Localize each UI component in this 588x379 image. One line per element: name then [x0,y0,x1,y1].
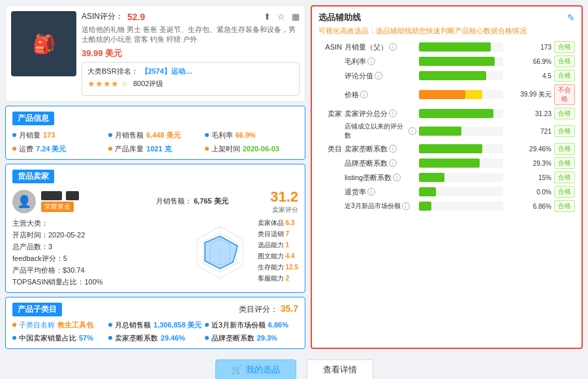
bar-review-score [419,71,503,80]
data-item-listing-date: 上架时间 2020-06-03 [205,144,298,154]
metric-row-monthly-sales: ASIN 月销量（父）i 173 合格 [318,41,575,53]
metric-value-gross-margin: 66.9% [506,58,551,65]
info-icon-seller-monopoly: i [389,145,397,153]
radar-labels: 卖家体品6.3 类目适销7 选品能力1 图文能力4.4 生存能力12.5 [258,219,298,287]
bar-fill-price-orange [419,90,465,99]
panel-subtitle: 可视化高效选品：选品辅助线助您快速判断产品核心数据合格情况 [318,26,575,36]
seller-avatar: 👤 [12,190,36,213]
seller-header: 👤 荣耀黄金 月销售额： 6,765 美元 31.2 卖家评分 [12,189,298,215]
metric-name-monthly-sales: 月销量（父）i [345,42,416,52]
metric-badge-price: 不合格 [554,84,575,105]
bar-fill-listing-monopoly [419,173,444,182]
category-score-label: 类目评分： [239,305,278,314]
dot-monthly-sales [12,133,16,137]
seller-left-col: 主营大类： 开店时间：2020-05-22 总产品数：3 feedback评分：… [12,219,182,287]
metric-row-price: 价格i 39.99 美元 不合格 [318,84,575,105]
metric-name-new-market: 近3月新品市场份额i [345,202,416,211]
category-header: 产品子类目 类目评分： 35.7 [12,303,298,316]
metric-name-brand-monopoly: 品牌垄断系数i [345,159,416,168]
seller-score-label: 卖家评分 [270,205,298,215]
more-icon[interactable]: ▦ [292,12,300,22]
category-section: 产品子类目 类目评分： 35.7 子类目名称 救生工具包 月总销售额 1,306… [5,297,305,349]
data-item-monthly-revenue: 月销售额 6,448 美元 [108,130,202,140]
bar-price [419,90,503,99]
product-price: 39.99 美元 [82,48,300,59]
product-info: ASIN评分： 52.9 ⬆ ☆ ▦ 送给他的礼物 男士 爸爸 圣诞节、生存包、… [82,11,300,96]
metric-value-monthly-sales: 173 [506,44,551,51]
bar-fill-monthly-sales [419,42,491,52]
asin-score: 52.9 [127,12,145,22]
info-icon-listing-monopoly: i [393,174,401,181]
cat-item-name: 子类目名称 救生工具包 [12,320,106,330]
dot-shipping [12,147,16,151]
radar-label-content: 图文能力4.4 [258,252,298,261]
panel-edit-icon[interactable]: ✎ [567,12,575,23]
cat-item-seller-monopoly: 卖家垄断系数 29.46% [108,333,202,343]
metrics-table: ASIN 月销量（父）i 173 合格 毛利率i 66.9% [318,41,575,342]
bar-brand-monopoly [419,159,503,168]
radar-label-service: 客服能力2 [258,274,298,283]
metric-name-gross-margin: 毛利率i [345,57,416,67]
metric-row-seller-score: 卖家 卖家评分总分i 31.23 合格 [318,108,575,119]
panel-title: 选品辅助线 [318,12,361,23]
product-data-section: 产品信息 月销量 173 月销售额 6,448 美元 毛利率 66.9% [5,106,305,160]
metric-name-review-score: 评论分值i [345,71,416,81]
category-score: 类目评分： 35.7 [239,303,298,315]
bar-fill-review-score [419,71,486,80]
bar-fill-seller-score [419,109,493,118]
product-image: 🎒 [11,11,76,76]
bottom-buttons: 🛒 我的选品 查看详情 [0,354,588,379]
seller-name-col: 荣耀黄金 [41,191,151,212]
metric-name-seller-score: 卖家评分总分i [345,109,416,119]
category-title: 产品子类目 [12,303,62,316]
metric-badge-brand-monopoly: 合格 [554,157,575,169]
svg-marker-9 [205,236,238,269]
metric-value-review-score: 4.5 [506,72,551,80]
asin-label: ASIN评分： [82,11,123,22]
cart-icon: 🛒 [232,365,242,374]
product-title-row: ASIN评分： 52.9 ⬆ ☆ ▦ [82,11,300,22]
metric-value-new-market: 6.86% [506,203,551,210]
category-data-grid: 子类目名称 救生工具包 月总销售额 1,306,858 美元 近3月新市场份额 … [12,320,298,343]
metric-name-seller-monopoly: 卖家垄断系数i [345,144,416,154]
metric-badge-monthly-sales: 合格 [554,41,575,53]
panel-header: 选品辅助线 ✎ [318,12,575,23]
metric-name-listing-monopoly: listing垄断系数i [345,173,416,183]
dot-gross-margin [205,133,209,137]
radar-chart [187,219,253,287]
metric-group-seller: 卖家 [318,109,342,119]
my-selection-label: 我的选品 [246,364,280,376]
star-icon[interactable]: ☆ [277,12,285,22]
metric-value-return-rate: 0.0% [506,189,551,196]
seller-monthly-sales: 6,765 美元 [194,197,228,205]
my-selection-button[interactable]: 🛒 我的选品 [215,359,296,379]
metric-group-asin: ASIN [318,43,342,51]
share-icon[interactable]: ⬆ [264,12,271,22]
metric-row-seller-monopoly: 类目 卖家垄断系数i 29.46% 合格 [318,143,575,155]
bar-fill-gross-margin [419,57,495,66]
view-details-button[interactable]: 查看详情 [307,359,373,379]
metric-row-review-score: 评论分值i 4.5 合格 [318,70,575,82]
bsr-label: 大类BSR排名： [87,67,138,76]
bar-fill-brand-monopoly [419,159,480,168]
metric-badge-gross-margin: 合格 [554,55,575,67]
bar-monthly-sales [419,42,503,52]
bar-fill-return-rate [419,187,436,196]
data-item-stock: 产品库量 1021 克 [108,144,202,154]
metric-value-price: 39.99 美元 [506,90,551,99]
metric-name-price: 价格i [345,90,416,100]
cat-item-new-market: 近3月新市场份额 6.86% [205,320,298,330]
bsr-rank: 【2574】运动… [141,67,193,76]
bar-seller-score [419,109,503,118]
data-item-gross-margin: 毛利率 66.9% [205,130,298,140]
category-score-value: 35.7 [281,303,298,314]
metric-badge-listing-monopoly: 合格 [554,172,575,183]
seller-score-num: 31.2 [270,189,298,205]
metric-value-seller-monopoly: 29.46% [506,145,551,153]
info-icon-store-reviews: i [409,127,416,135]
info-icon-monthly-sales: i [389,43,397,51]
dot-listing-date [205,147,209,151]
bsr-box: 大类BSR排名： 【2574】运动… ★★★★☆ 8002评级 [82,62,300,96]
radar-label-selection: 选品能力1 [258,241,298,250]
stars-display: ★★★★ [87,79,119,89]
